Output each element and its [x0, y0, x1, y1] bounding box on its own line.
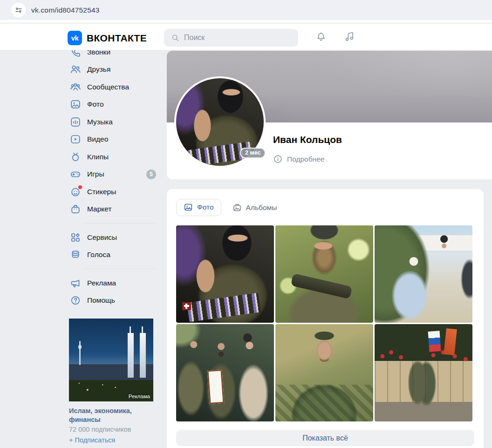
- profile-card: 2 мес Иван Кольцов Подробнее: [167, 51, 492, 179]
- sidebar-item-label: Маркет: [87, 205, 112, 213]
- ad-sponsored-label: Реклама: [129, 394, 150, 399]
- vk-logo[interactable]: vk: [68, 31, 82, 45]
- notifications-bell-icon[interactable]: [315, 30, 327, 42]
- site-info-button[interactable]: [11, 3, 26, 17]
- photo-thumbnail-1[interactable]: [176, 225, 274, 323]
- profile-more-link[interactable]: Подробнее: [273, 154, 324, 164]
- sidebar-nav: Звонки Друзья Сообщества Фото Музыка Вид…: [70, 43, 156, 309]
- ad-subscribe-label: Подписаться: [75, 436, 115, 444]
- search-placeholder: Поиск: [184, 34, 205, 42]
- ad-subscribers-count: 72 000 подписчиков: [69, 426, 153, 433]
- ad-subscribe-button[interactable]: +Подписаться: [69, 436, 153, 444]
- sidebar-item-label: Стикеры: [87, 188, 116, 196]
- sidebar-item-services[interactable]: Сервисы: [70, 229, 156, 246]
- vk-header: vk ВКОНТАКТЕ Поиск: [0, 23, 492, 50]
- albums-icon: [232, 203, 242, 212]
- sidebar-item-label: Реклама: [87, 279, 116, 287]
- music-note-icon[interactable]: [343, 30, 355, 42]
- sidebar-item-friends[interactable]: Друзья: [70, 61, 156, 79]
- ad-title[interactable]: Ислам, экономика, финансы: [69, 407, 148, 424]
- sidebar-item-label: Голоса: [87, 251, 110, 259]
- friends-icon: [70, 64, 81, 75]
- photos-tabs: Фото Альбомы: [176, 199, 474, 216]
- sidebar-item-games[interactable]: Игры 5: [70, 166, 156, 183]
- sidebar-divider: [83, 223, 157, 224]
- video-icon: [70, 134, 81, 145]
- photo-thumbnail-5[interactable]: [275, 324, 373, 421]
- sidebar-item-label: Помощь: [87, 296, 115, 305]
- show-all-button[interactable]: Показать всё: [176, 430, 474, 446]
- sidebar-item-clips[interactable]: Клипы: [70, 148, 156, 166]
- photo-texture: [375, 361, 472, 402]
- sidebar-item-label: Сообщества: [87, 83, 129, 91]
- sidebar-item-label: Сервисы: [87, 233, 117, 242]
- ad-image[interactable]: Реклама: [69, 319, 153, 401]
- sidebar-item-votes[interactable]: Голоса: [70, 246, 156, 264]
- ad-image-tower: [140, 333, 146, 378]
- music-icon: [70, 116, 81, 128]
- sidebar-item-stickers[interactable]: Стикеры: [70, 183, 156, 201]
- communities-icon: [70, 81, 81, 93]
- new-stickers-dot: [78, 185, 82, 189]
- sidebar-item-label: Друзья: [87, 65, 110, 74]
- megaphone-icon: [70, 278, 81, 289]
- clips-icon: [70, 151, 81, 163]
- browser-toolbar-gap: [0, 20, 492, 23]
- profile-more-label: Подробнее: [287, 155, 324, 163]
- tune-icon: [14, 6, 23, 14]
- sidebar-ad: Реклама Ислам, экономика, финансы 72 000…: [69, 319, 153, 444]
- tab-photos[interactable]: Фото: [176, 199, 221, 216]
- services-icon: [70, 232, 81, 243]
- sidebar-item-label: Игры: [87, 170, 104, 178]
- photo-thumbnail-6[interactable]: [375, 324, 472, 421]
- market-icon: [70, 204, 81, 215]
- tab-albums-label: Альбомы: [246, 204, 277, 212]
- sidebar-item-label: Видео: [87, 135, 108, 143]
- tab-photos-label: Фото: [197, 203, 214, 211]
- sidebar-item-help[interactable]: Помощь: [70, 292, 156, 310]
- sidebar-divider: [83, 269, 157, 269]
- sidebar-item-market[interactable]: Маркет: [70, 201, 156, 218]
- photo-thumbnail-4[interactable]: [176, 324, 274, 421]
- sidebar-item-communities[interactable]: Сообщества: [70, 78, 156, 96]
- help-icon: [70, 295, 81, 306]
- sidebar-item-music[interactable]: Музыка: [70, 113, 156, 131]
- photo-icon: [184, 203, 193, 212]
- sidebar-item-label: Музыка: [87, 118, 113, 126]
- sidebar-item-label: Клипы: [87, 153, 109, 161]
- vk-wordmark[interactable]: ВКОНТАКТЕ: [87, 33, 147, 44]
- profile-name: Иван Кольцов: [273, 134, 342, 145]
- sidebar-item-photos[interactable]: Фото: [70, 96, 156, 114]
- ad-image-tv-tower: [79, 341, 81, 365]
- sidebar-item-label: Фото: [87, 100, 104, 109]
- search-input[interactable]: Поиск: [164, 29, 298, 47]
- url-text[interactable]: vk.com/id804752543: [31, 6, 100, 14]
- last-seen-badge: 2 мес: [240, 148, 266, 158]
- photo-thumbnail-2[interactable]: [275, 225, 373, 323]
- coins-icon: [70, 249, 81, 260]
- sidebar-item-video[interactable]: Видео: [70, 131, 156, 149]
- search-icon: [171, 33, 180, 42]
- sidebar-item-ads[interactable]: Реклама: [70, 274, 156, 292]
- ad-image-tower: [128, 333, 134, 378]
- info-icon: [273, 154, 283, 164]
- photos-card: Фото Альбомы Показать всё: [167, 189, 484, 448]
- browser-address-bar[interactable]: vk.com/id804752543: [0, 0, 492, 20]
- photos-icon: [70, 99, 81, 110]
- photo-thumbnail-3[interactable]: [375, 225, 472, 323]
- plus-icon: +: [69, 436, 73, 444]
- photo-grid: [176, 225, 474, 421]
- games-count-badge: 5: [146, 170, 156, 179]
- games-icon: [70, 169, 81, 180]
- tab-albums[interactable]: Альбомы: [232, 203, 277, 212]
